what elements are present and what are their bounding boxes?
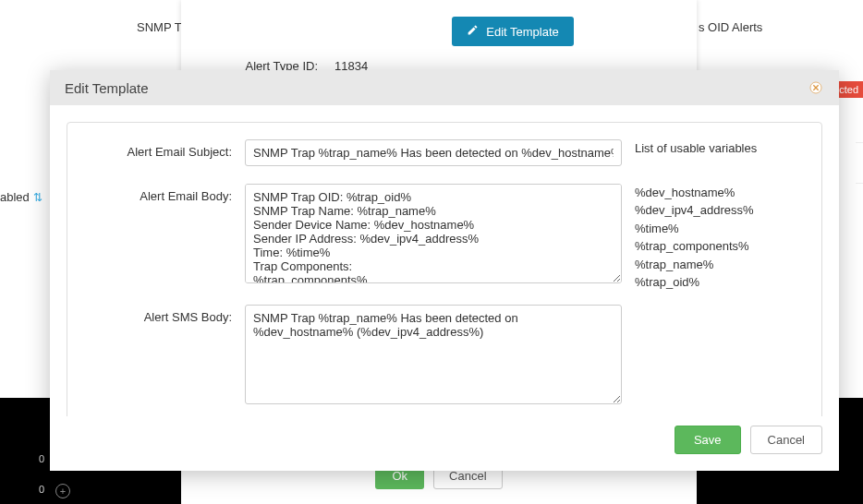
sms-label: Alert SMS Body: xyxy=(84,305,232,324)
subject-label: Alert Email Subject: xyxy=(84,139,232,159)
modal-header: Edit Template xyxy=(50,70,839,105)
bg-text-snmp: SNMP T xyxy=(137,20,182,34)
cancel-button[interactable]: Cancel xyxy=(750,426,822,454)
vars-title: List of usable variables xyxy=(635,139,805,171)
edit-template-button-label: Edit Template xyxy=(486,25,559,39)
body-label: Alert Email Body: xyxy=(84,184,232,203)
edit-icon xyxy=(467,24,479,39)
bg-right-row xyxy=(856,142,863,184)
modal-body: Alert Email Subject: List of usable vari… xyxy=(50,105,839,416)
variable-item: %trap_name% xyxy=(635,256,805,274)
bg-zero-1: 0 xyxy=(39,453,44,464)
form-frame: Alert Email Subject: List of usable vari… xyxy=(67,122,822,416)
add-icon[interactable]: + xyxy=(55,484,70,498)
modal-footer: Save Cancel xyxy=(50,416,839,471)
variable-item: %trap_components% xyxy=(635,237,805,256)
bg-zero-2: 0 xyxy=(39,484,44,495)
close-icon[interactable] xyxy=(808,79,824,96)
variable-item: %time% xyxy=(635,220,805,238)
variable-item: %trap_oid% xyxy=(635,273,805,292)
edit-template-button[interactable]: Edit Template xyxy=(452,17,574,46)
modal-title: Edit Template xyxy=(65,80,149,96)
bg-text-abled: abled⇅ xyxy=(0,187,43,207)
body-textarea[interactable] xyxy=(245,184,622,283)
vars-list: %dev_hostname%%dev_ipv4_address%%time%%t… xyxy=(635,184,805,292)
save-button[interactable]: Save xyxy=(675,426,741,454)
variable-item: %dev_hostname% xyxy=(635,184,805,202)
variable-item: %dev_ipv4_address% xyxy=(635,201,805,220)
bg-text-oid: s OID Alerts xyxy=(699,20,762,34)
sort-icon[interactable]: ⇅ xyxy=(33,191,43,204)
subject-input[interactable] xyxy=(245,139,622,166)
edit-template-modal: Edit Template Alert Email Subject: List … xyxy=(50,70,839,471)
sms-textarea[interactable] xyxy=(245,305,622,404)
